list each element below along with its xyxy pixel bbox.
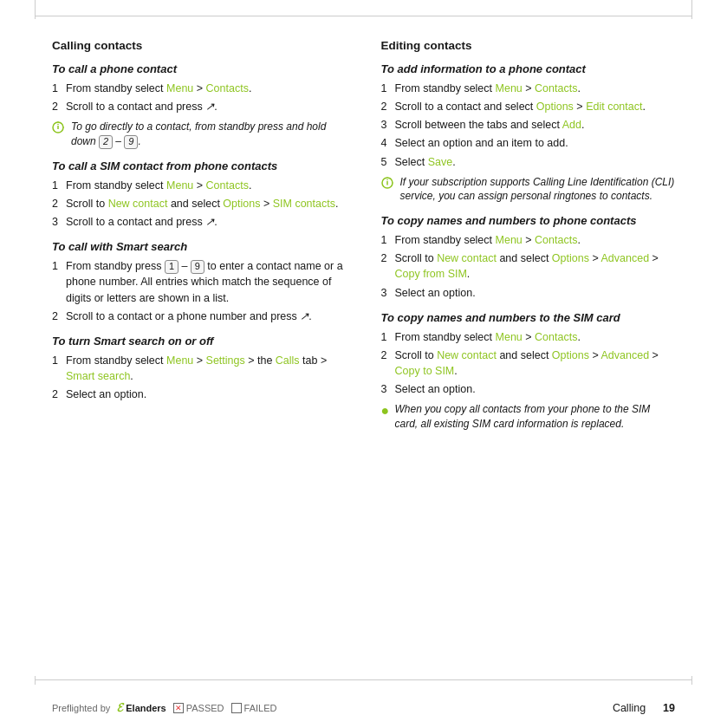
add-link: Add xyxy=(562,119,581,131)
key-1: 1 xyxy=(165,260,179,274)
elanders-logo: 𝓔 Elanders xyxy=(117,700,166,715)
options-link: Options xyxy=(552,252,589,264)
menu-link: Menu xyxy=(166,354,193,367)
subsection-copy-phone-title: To copy names and numbers to phone conta… xyxy=(381,214,676,227)
settings-link: Settings xyxy=(206,354,245,367)
subsection-turn-smart-title: To turn Smart search on or off xyxy=(52,335,347,348)
calls-link: Calls xyxy=(276,354,300,367)
tip-icon xyxy=(52,121,66,136)
list-item: 3 Scroll to a contact and press ↗. xyxy=(52,214,347,230)
passed-badge: ✕ PASSED xyxy=(173,703,224,713)
menu-link: Menu xyxy=(166,82,193,94)
top-border xyxy=(35,16,692,16)
call-symbol: ↗ xyxy=(205,101,214,113)
elanders-label: Elanders xyxy=(126,703,166,713)
options-link: Options xyxy=(223,198,260,210)
left-section-title: Calling contacts xyxy=(52,39,347,52)
footer: Preflighted by 𝓔 Elanders ✕ PASSED FAILE… xyxy=(52,700,675,715)
advanced-link2: Advanced xyxy=(601,349,650,361)
contacts-link: Contacts xyxy=(535,234,577,246)
list-item: 3 Select an option. xyxy=(381,285,676,301)
left-column: Calling contacts To call a phone contact… xyxy=(52,30,347,667)
preflighted-label: Preflighted by xyxy=(52,703,110,713)
edit-contact-link: Edit contact xyxy=(586,101,642,113)
list-item: 3 Scroll between the tabs and select Add… xyxy=(381,117,676,133)
menu-link: Menu xyxy=(496,331,523,343)
failed-badge: FAILED xyxy=(231,703,277,713)
menu-link: Menu xyxy=(166,179,193,192)
subsection-call-phone-title: To call a phone contact xyxy=(52,62,347,75)
new-contact-link: New contact xyxy=(437,252,497,264)
tip-text: To go directly to a contact, from standb… xyxy=(71,120,347,149)
contacts-link: Contacts xyxy=(206,82,249,94)
menu-link: Menu xyxy=(496,234,523,246)
list-item: 4 Select an option and an item to add. xyxy=(381,135,676,151)
contacts-link: Contacts xyxy=(206,179,249,192)
failed-checkbox xyxy=(231,703,242,713)
contacts-link: Contacts xyxy=(535,82,577,94)
page-number: 19 xyxy=(663,702,675,714)
note-text: When you copy all contacts from your pho… xyxy=(395,402,676,432)
corner-decoration-bl xyxy=(35,676,36,685)
right-section-title: Editing contacts xyxy=(381,39,676,52)
content-area: Calling contacts To call a phone contact… xyxy=(52,30,675,667)
list-item: 1 From standby select Menu > Contacts. xyxy=(381,81,676,96)
copy-to-sim-link: Copy to SIM xyxy=(395,365,455,377)
failed-label: FAILED xyxy=(244,703,277,713)
key-9b: 9 xyxy=(191,260,204,274)
new-contact-link: New contact xyxy=(108,198,168,210)
menu-link: Menu xyxy=(496,82,523,94)
note-copy-warning: ● When you copy all contacts from your p… xyxy=(381,402,676,432)
copy-from-sim-link: Copy from SIM xyxy=(395,268,467,280)
subsection-sim-title: To call a SIM contact from phone contact… xyxy=(52,159,347,172)
list-item: 2 Scroll to a contact and press ↗. xyxy=(52,99,347,114)
list-item: 2 Scroll to New contact and select Optio… xyxy=(381,250,676,282)
list-item: 2 Scroll to New contact and select Optio… xyxy=(52,196,347,211)
options-link: Options xyxy=(552,349,589,361)
passed-label: PASSED xyxy=(186,703,224,713)
list-item: 1 From standby select Menu > Contacts. xyxy=(381,329,676,345)
key-9: 9 xyxy=(124,135,138,149)
subsection-add-info-title: To add information to a phone contact xyxy=(381,62,676,75)
list-item: 1 From standby select Menu > Contacts. xyxy=(381,232,676,248)
options-link: Options xyxy=(536,101,574,113)
tip-call-phone: To go directly to a contact, from standb… xyxy=(52,120,347,149)
key-2: 2 xyxy=(99,135,113,149)
tip-cli-text: If your subscription supports Calling Li… xyxy=(400,175,676,205)
list-item: 2 Select an option. xyxy=(52,387,347,402)
corner-decoration-br xyxy=(691,676,692,685)
svg-line-10 xyxy=(390,178,391,179)
list-item: 2 Scroll to a contact or a phone number … xyxy=(52,309,347,324)
list-item: 2 Scroll to New contact and select Optio… xyxy=(381,348,676,379)
copy-phone-list: 1 From standby select Menu > Contacts. 2… xyxy=(381,232,676,301)
call-symbol: ↗ xyxy=(300,310,308,322)
list-item: 1 From standby select Menu > Contacts. xyxy=(52,81,347,96)
svg-line-4 xyxy=(61,123,62,124)
tip-icon xyxy=(381,177,395,192)
list-item: 5 Select Save. xyxy=(381,154,676,170)
page: Calling contacts To call a phone contact… xyxy=(0,0,727,728)
contacts-link: Contacts xyxy=(535,331,577,343)
subsection-copy-sim-title: To copy names and numbers to the SIM car… xyxy=(381,311,676,324)
advanced-link: Advanced xyxy=(601,252,650,264)
subsection-smart-search-title: To call with Smart search xyxy=(52,240,347,253)
calling-label: Calling xyxy=(613,702,646,714)
new-contact-link: New contact xyxy=(437,349,497,361)
save-link: Save xyxy=(428,156,453,168)
list-item: 2 Scroll to a contact and select Options… xyxy=(381,99,676,114)
footer-right: Calling 19 xyxy=(613,702,675,714)
bottom-border xyxy=(35,679,692,680)
note-bullet-icon: ● xyxy=(381,402,390,419)
add-info-list: 1 From standby select Menu > Contacts. 2… xyxy=(381,81,676,170)
passed-checkbox: ✕ xyxy=(173,703,184,713)
list-item: 3 Select an option. xyxy=(381,381,676,397)
sim-contacts-link: SIM contacts xyxy=(273,198,335,210)
call-symbol: ↗ xyxy=(205,216,214,228)
call-phone-list: 1 From standby select Menu > Contacts. 2… xyxy=(52,81,347,114)
call-sim-list: 1 From standby select Menu > Contacts. 2… xyxy=(52,178,347,230)
svg-point-8 xyxy=(386,179,388,180)
tip-cli: If your subscription supports Calling Li… xyxy=(381,175,676,205)
svg-point-2 xyxy=(57,124,59,126)
footer-left: Preflighted by 𝓔 Elanders ✕ PASSED FAILE… xyxy=(52,700,276,715)
smart-search-link: Smart search xyxy=(66,370,130,382)
